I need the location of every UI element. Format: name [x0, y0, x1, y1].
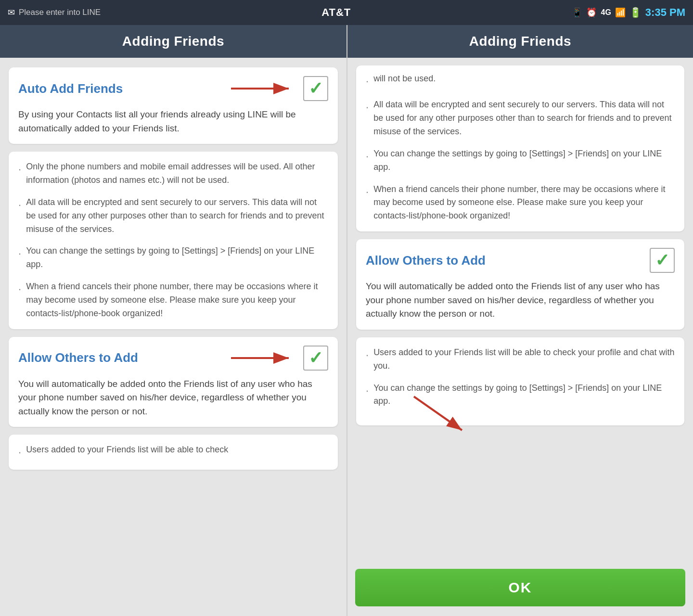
right-bottom-bullet-dot-1: · [366, 347, 369, 373]
allow-others-title-left: Allow Others to Add [18, 350, 138, 365]
allow-others-title-right: Allow Others to Add [366, 253, 486, 268]
allow-others-card-right: Allow Others to Add ✓ You will automatic… [356, 239, 684, 330]
auto-add-friends-checkbox[interactable]: ✓ [303, 76, 328, 101]
right-bottom-bullet-1: · Users added to your Friends list will … [366, 346, 675, 373]
right-top-bullet-1-text: will not be used. [373, 72, 436, 90]
clock-icon: ⏰ [586, 7, 597, 18]
left-bullet-1-text: Only the phone numbers and mobile email … [26, 160, 328, 187]
allow-others-card-left: Allow Others to Add ✓ [9, 337, 338, 427]
allow-others-desc-left: You will automatically be added onto the… [18, 377, 328, 419]
right-panel: Adding Friends · will not be used. · All… [346, 25, 693, 616]
status-bar-left: ✉ Please enter into LINE [8, 7, 101, 18]
left-bullet-2-text: All data will be encrypted and sent secu… [26, 196, 328, 236]
ok-button-container: OK [347, 563, 693, 616]
right-panel-header: Adding Friends [347, 25, 693, 58]
bullet-dot-3: · [18, 245, 21, 271]
right-bottom-bullet-2-text: You can change the settings by going to … [373, 382, 675, 409]
right-panel-content: · will not be used. · All data will be e… [347, 58, 693, 616]
right-bottom-bullet-dot-2: · [366, 383, 369, 409]
ok-button[interactable]: OK [355, 569, 685, 606]
allow-others-arrow-annotation [231, 348, 298, 368]
right-top-bullet-4-text: When a friend cancels their phone number… [373, 183, 675, 223]
auto-add-arrow-row: ✓ [123, 76, 328, 101]
allow-others-desc-right: You will automatically be added onto the… [366, 280, 675, 321]
phone-icon: 📱 [572, 7, 582, 18]
allow-others-arrow-row: ✓ [138, 346, 328, 371]
time-display: 3:35 PM [645, 6, 685, 19]
right-top-bullet-3-text: You can change the settings by going to … [373, 147, 675, 174]
right-top-bullet-2: · All data will be encrypted and sent se… [366, 98, 675, 139]
allow-others-checkbox-right[interactable]: ✓ [650, 248, 675, 273]
right-bullet-dot-1: · [366, 73, 369, 90]
allow-others-header-left: Allow Others to Add ✓ [18, 346, 328, 371]
left-bottom-bullet: · Users added to your Friends list will … [18, 443, 328, 461]
bullet-dot-1: · [18, 161, 21, 187]
left-bullet-1: · Only the phone numbers and mobile emai… [18, 160, 328, 187]
right-bullet-dot-3: · [366, 148, 369, 174]
auto-add-arrow-annotation [231, 79, 298, 98]
battery-icon: 🔋 [629, 7, 642, 18]
left-bullet-2: · All data will be encrypted and sent se… [18, 196, 328, 236]
right-bottom-bullet-1-text: Users added to your Friends list will be… [373, 346, 675, 373]
auto-add-friends-header: Auto Add Friends ✓ [18, 76, 328, 101]
left-panel-header: Adding Friends [0, 25, 346, 58]
right-top-bullet-3: · You can change the settings by going t… [366, 147, 675, 174]
left-panel: Adding Friends Auto Add Friends [0, 25, 346, 616]
allow-others-check-icon-left: ✓ [308, 349, 323, 367]
left-bottom-bullet-card: · Users added to your Friends list will … [9, 435, 338, 469]
left-bullet-card: · Only the phone numbers and mobile emai… [9, 152, 338, 329]
auto-add-check-icon: ✓ [308, 80, 323, 97]
carrier-text: AT&T [321, 6, 351, 19]
notification-text: Please enter into LINE [19, 8, 101, 17]
right-top-bullet-4: · When a friend cancels their phone numb… [366, 183, 675, 223]
auto-add-friends-title: Auto Add Friends [18, 81, 123, 96]
left-bullet-4: · When a friend cancels their phone numb… [18, 280, 328, 321]
allow-others-checkbox-left[interactable]: ✓ [303, 346, 328, 371]
auto-add-friends-desc: By using your Contacts list all your fri… [18, 108, 328, 135]
bullet-dot-bottom: · [18, 444, 21, 461]
left-panel-content: Auto Add Friends ✓ [0, 58, 346, 616]
right-panel-scroll: · will not be used. · All data will be e… [347, 58, 693, 563]
right-panel-title: Adding Friends [469, 34, 571, 49]
message-icon: ✉ [8, 7, 15, 18]
left-panel-title: Adding Friends [122, 34, 224, 49]
left-bullet-3-text: You can change the settings by going to … [26, 244, 328, 271]
right-top-bullet-1: · will not be used. [366, 72, 675, 90]
right-bottom-bullet-card: · Users added to your Friends list will … [356, 337, 684, 426]
bullet-dot-4: · [18, 281, 21, 321]
right-bottom-bullet-2: · You can change the settings by going t… [366, 382, 675, 409]
auto-add-friends-card: Auto Add Friends ✓ [9, 67, 338, 144]
panels-container: Adding Friends Auto Add Friends [0, 25, 693, 616]
status-bar-right: 📱 ⏰ 4G 📶 🔋 3:35 PM [572, 6, 685, 19]
right-bullet-dot-4: · [366, 184, 369, 223]
bullet-dot-2: · [18, 197, 21, 236]
allow-others-header-right: Allow Others to Add ✓ [366, 248, 675, 273]
signal-icon: 📶 [615, 7, 626, 18]
right-bullet-dot-2: · [366, 99, 369, 139]
left-bullet-3: · You can change the settings by going t… [18, 244, 328, 271]
right-top-bullet-2-text: All data will be encrypted and sent secu… [373, 98, 675, 139]
left-bullet-4-text: When a friend cancels their phone number… [26, 280, 328, 321]
lte-icon: 4G [601, 8, 611, 17]
status-bar: ✉ Please enter into LINE AT&T 📱 ⏰ 4G 📶 🔋… [0, 0, 693, 25]
right-top-partial-card: · will not be used. · All data will be e… [356, 65, 684, 231]
allow-others-check-icon-right: ✓ [655, 252, 669, 269]
left-bottom-bullet-text: Users added to your Friends list will be… [26, 443, 228, 461]
